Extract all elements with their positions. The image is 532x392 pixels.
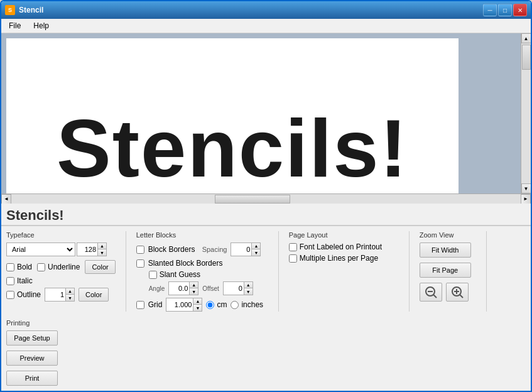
- font-select[interactable]: Arial: [6, 242, 75, 256]
- grid-up-button[interactable]: ▲: [193, 298, 202, 305]
- slant-guess-checkbox[interactable]: [149, 271, 157, 279]
- scrollbar-vertical: ▲ ▼: [521, 33, 531, 193]
- page-layout-section: Page Layout Font Labeled on Printout Mul…: [289, 231, 399, 312]
- slant-guess-label: Slant Guess: [160, 270, 200, 279]
- canvas-h-scroll-area: Stencils! ▲ ▼: [1, 33, 531, 193]
- grid-spin-buttons: ▲ ▼: [193, 298, 202, 311]
- cm-label: cm: [217, 300, 227, 309]
- scroll-right-button[interactable]: ►: [521, 194, 531, 204]
- title-bar: S Stencil ─ □ ✕: [1, 1, 531, 19]
- underline-checkbox[interactable]: [37, 263, 45, 271]
- spacing-label: Spacing: [198, 246, 227, 253]
- font-size-up-button[interactable]: ▲: [97, 243, 106, 249]
- outline-color-button[interactable]: Color: [79, 288, 109, 302]
- outline-checkbox[interactable]: [6, 291, 14, 299]
- page-layout-label: Page Layout: [289, 231, 399, 239]
- offset-spinner: ▲ ▼: [223, 281, 253, 295]
- multiple-lines-checkbox[interactable]: [289, 254, 297, 263]
- spacing-down-button[interactable]: ▼: [251, 249, 260, 256]
- divider-1: [126, 231, 126, 312]
- app-icon: S: [5, 5, 15, 15]
- outline-down-button[interactable]: ▼: [65, 295, 74, 301]
- svg-line-6: [460, 295, 463, 298]
- font-labeled-checkbox[interactable]: [289, 243, 297, 251]
- spacing-spinner: ▲ ▼: [231, 242, 261, 256]
- menu-file[interactable]: File: [4, 20, 26, 31]
- main-area: Stencils! ▲ ▼ ◄ ►: [1, 33, 531, 204]
- angle-input[interactable]: [169, 282, 189, 295]
- inches-radio[interactable]: [231, 301, 239, 309]
- menu-help[interactable]: Help: [28, 20, 54, 31]
- zoom-out-button[interactable]: [420, 283, 442, 302]
- scrollbar-horizontal: ◄ ►: [1, 193, 531, 204]
- page-setup-button[interactable]: Page Setup: [6, 330, 58, 346]
- color-button[interactable]: Color: [85, 260, 115, 274]
- canvas-scroll-wrapper: Stencils! ▲ ▼ ◄ ►: [1, 33, 531, 204]
- grid-checkbox[interactable]: [136, 301, 144, 309]
- print-button[interactable]: Print: [6, 371, 58, 386]
- inches-radio-row: inches: [231, 300, 263, 309]
- typeface-section: Typeface Arial ▲ ▼ Bold: [6, 231, 116, 312]
- bold-checkbox[interactable]: [6, 263, 14, 271]
- minimize-button[interactable]: ─: [483, 4, 497, 16]
- spacing-input[interactable]: [231, 243, 251, 256]
- fit-width-button[interactable]: Fit Width: [420, 242, 471, 258]
- offset-down-button[interactable]: ▼: [244, 288, 252, 295]
- bold-label: Bold: [17, 263, 32, 271]
- printing-section: Printing Page Setup Preview Print: [6, 319, 63, 386]
- offset-label: Offset: [202, 285, 219, 292]
- outline-label: Outline: [17, 290, 41, 299]
- angle-row: Angle ▲ ▼ Offset ▲ ▼: [149, 281, 268, 295]
- cm-radio[interactable]: [206, 301, 214, 309]
- font-size-input[interactable]: [77, 243, 97, 256]
- scroll-thumb-horizontal[interactable]: [215, 195, 290, 204]
- font-labeled-row: Font Labeled on Printout: [289, 242, 399, 251]
- maximize-button[interactable]: □: [498, 4, 512, 16]
- bold-row: Bold: [6, 263, 32, 271]
- angle-down-button[interactable]: ▼: [189, 288, 198, 295]
- offset-input[interactable]: [224, 282, 244, 295]
- outline-up-button[interactable]: ▲: [65, 288, 74, 295]
- zoom-view-label: Zoom View: [420, 231, 476, 239]
- window-title: Stencil: [19, 6, 43, 14]
- grid-down-button[interactable]: ▼: [193, 305, 202, 311]
- slanted-checkbox[interactable]: [136, 259, 144, 268]
- zoom-section: Zoom View Fit Width Fit Page: [420, 231, 476, 312]
- close-button[interactable]: ✕: [513, 4, 527, 16]
- outline-input[interactable]: [45, 288, 65, 301]
- grid-spinner: ▲ ▼: [166, 298, 202, 312]
- scroll-down-button[interactable]: ▼: [521, 183, 531, 193]
- spacing-up-button[interactable]: ▲: [251, 243, 260, 249]
- font-size-spinner: ▲ ▼: [77, 242, 107, 256]
- printing-label: Printing: [6, 319, 63, 327]
- zoom-in-button[interactable]: [446, 283, 469, 302]
- outline-row: Outline: [6, 290, 41, 299]
- angle-up-button[interactable]: ▲: [189, 282, 198, 288]
- offset-up-button[interactable]: ▲: [244, 282, 252, 288]
- multiple-lines-row: Multiple Lines per Page: [289, 254, 399, 263]
- menu-bar: File Help: [1, 19, 531, 33]
- italic-checkbox[interactable]: [6, 277, 14, 285]
- underline-label: Underline: [48, 263, 80, 271]
- scroll-up-button[interactable]: ▲: [521, 33, 531, 43]
- scroll-left-button[interactable]: ◄: [1, 194, 11, 204]
- block-borders-label: Block Borders: [148, 245, 195, 254]
- canvas-area: Stencils!: [1, 33, 521, 193]
- cm-radio-row: cm: [206, 300, 227, 309]
- preview-button[interactable]: Preview: [6, 351, 58, 366]
- zoom-out-icon: [424, 285, 438, 299]
- block-borders-checkbox[interactable]: [136, 246, 144, 254]
- divider-4: [486, 231, 487, 312]
- font-size-down-button[interactable]: ▼: [97, 249, 106, 256]
- angle-spin-buttons: ▲ ▼: [189, 282, 198, 295]
- slant-guess-row: Slant Guess: [149, 270, 200, 279]
- scroll-thumb-vertical[interactable]: [522, 45, 531, 70]
- divider-2: [278, 231, 279, 312]
- angle-spinner: ▲ ▼: [168, 281, 198, 295]
- fit-page-button[interactable]: Fit Page: [420, 263, 471, 278]
- letter-blocks-section: Letter Blocks Block Borders Spacing ▲ ▼ …: [136, 231, 268, 312]
- italic-label: Italic: [17, 276, 33, 285]
- scroll-track-horizontal: [11, 194, 521, 204]
- grid-input[interactable]: [166, 298, 193, 311]
- outline-spinner: ▲ ▼: [45, 288, 75, 302]
